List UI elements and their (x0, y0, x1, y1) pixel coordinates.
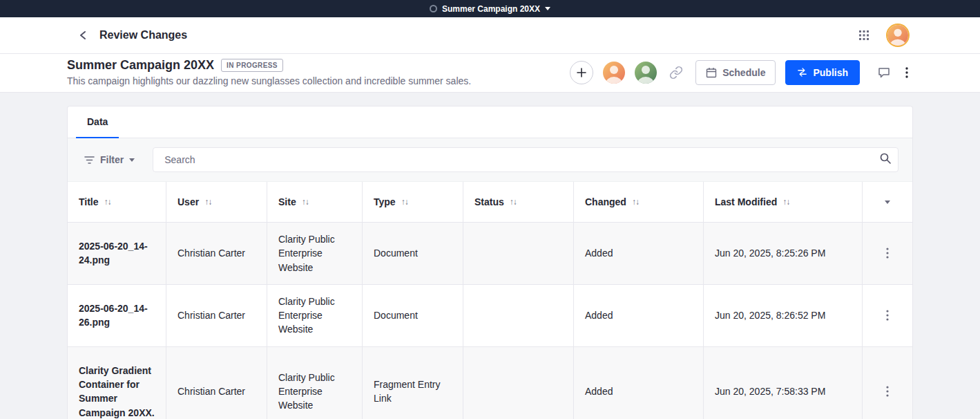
search-icon (879, 152, 892, 165)
col-header-actions (863, 182, 912, 222)
collaborator-avatar-1[interactable] (603, 62, 625, 84)
chevron-left-icon (79, 30, 87, 40)
user-avatar[interactable] (887, 25, 908, 46)
cell-status (463, 347, 574, 419)
sort-icon[interactable]: ↑↓ (510, 197, 517, 207)
col-label: Status (474, 195, 504, 209)
cell-user: Christian Carter (166, 347, 267, 419)
publication-status-icon (430, 5, 437, 12)
cell-actions (863, 223, 912, 284)
status-badge: IN PROGRESS (221, 59, 283, 72)
col-label: Site (278, 195, 296, 209)
col-header-last-modified: Last Modified ↑↓ (704, 182, 863, 222)
campaign-info: Summer Campaign 20XX IN PROGRESS This ca… (67, 58, 471, 86)
publication-selector[interactable]: Summer Campaign 20XX (430, 4, 550, 14)
sort-icon[interactable]: ↑↓ (204, 197, 211, 207)
sort-icon[interactable]: ↑↓ (104, 197, 111, 207)
management-toolbar: Filter (68, 138, 912, 182)
col-label: Type (374, 195, 396, 209)
col-header-changed: Changed ↑↓ (574, 182, 704, 222)
publish-label: Publish (813, 67, 848, 78)
col-label: Last Modified (715, 195, 777, 209)
table-body: 2025-06-20_14-24.png Christian Carter Cl… (68, 223, 912, 419)
chevron-down-icon (129, 158, 135, 162)
tab-bar: Data (68, 106, 912, 138)
cell-user: Christian Carter (166, 223, 267, 284)
publication-title: Summer Campaign 20XX (442, 4, 540, 14)
schedule-label: Schedule (722, 67, 765, 78)
cell-title[interactable]: Clarity Gradient Container for Summer Ca… (68, 347, 166, 419)
filter-dropdown[interactable]: Filter (84, 154, 153, 165)
tab-data[interactable]: Data (76, 106, 119, 138)
table-row[interactable]: Clarity Gradient Container for Summer Ca… (68, 347, 912, 419)
kebab-icon (886, 248, 889, 259)
row-kebab-button[interactable] (882, 243, 893, 263)
cell-type: Document (363, 223, 463, 284)
changes-table: Title ↑↓ User ↑↓ Site ↑↓ Type ↑↓ (68, 182, 912, 419)
col-header-site: Site ↑↓ (267, 182, 363, 222)
page-title: Review Changes (99, 29, 187, 41)
sort-icon[interactable]: ↑↓ (782, 197, 789, 207)
campaign-description: This campaign highlights our dazzling ne… (67, 75, 471, 86)
col-header-title: Title ↑↓ (68, 182, 166, 222)
app-grid-icon (858, 30, 869, 41)
filter-icon (84, 156, 95, 165)
cell-type: Document (363, 285, 463, 346)
kebab-icon (886, 310, 889, 321)
row-kebab-button[interactable] (882, 306, 893, 325)
search-button[interactable] (876, 149, 894, 167)
comments-button[interactable] (875, 64, 893, 82)
main-content: Data Filter (0, 93, 980, 419)
invite-users-button[interactable] (570, 61, 593, 84)
sort-icon[interactable]: ↑↓ (632, 197, 639, 207)
cell-actions (863, 347, 912, 419)
cell-changed: Added (574, 285, 704, 346)
back-button[interactable] (76, 28, 90, 43)
search-input[interactable] (153, 147, 899, 172)
col-label: Changed (585, 195, 626, 209)
table-row[interactable]: 2025-06-20_14-24.png Christian Carter Cl… (68, 223, 912, 285)
cell-title[interactable]: 2025-06-20_14-26.png (68, 285, 166, 346)
campaign-title: Summer Campaign 20XX (67, 58, 214, 73)
cell-site: Clarity Public Enterprise Website (267, 223, 363, 284)
cell-type: Fragment Entry Link (363, 347, 463, 419)
collaborator-avatar-2[interactable] (635, 62, 657, 84)
cell-user: Christian Carter (166, 285, 267, 346)
row-kebab-button[interactable] (882, 382, 893, 401)
search-container (153, 147, 899, 172)
col-header-status: Status ↑↓ (463, 182, 574, 222)
col-header-type: Type ↑↓ (363, 182, 463, 222)
cell-changed: Added (574, 223, 704, 284)
review-changes-card: Data Filter (67, 106, 913, 419)
campaign-header: Summer Campaign 20XX IN PROGRESS This ca… (0, 54, 980, 93)
header-kebab-button[interactable] (903, 64, 911, 81)
publish-button[interactable]: Publish (785, 60, 860, 85)
chevron-down-icon (545, 7, 550, 10)
cell-last-modified: Jun 20, 2025, 8:26:52 PM (704, 285, 863, 346)
sort-icon[interactable]: ↑↓ (302, 197, 309, 207)
col-label: Title (79, 195, 99, 209)
publish-icon (797, 67, 807, 77)
cell-title[interactable]: 2025-06-20_14-24.png (68, 223, 166, 284)
comment-icon (878, 66, 890, 79)
cell-status (463, 223, 574, 284)
col-label: User (177, 195, 199, 209)
col-header-user: User ↑↓ (166, 182, 267, 222)
filter-label: Filter (100, 154, 124, 165)
columns-dropdown-button[interactable] (882, 198, 893, 207)
sort-icon[interactable]: ↑↓ (401, 197, 408, 207)
cell-actions (863, 285, 912, 346)
applications-menu-button[interactable] (856, 27, 872, 44)
cell-last-modified: Jun 20, 2025, 7:58:33 PM (704, 347, 863, 419)
kebab-icon (886, 386, 889, 397)
publication-topbar: Summer Campaign 20XX (0, 0, 980, 17)
schedule-button[interactable]: Schedule (695, 60, 776, 85)
cell-site: Clarity Public Enterprise Website (267, 347, 363, 419)
screen: Summer Campaign 20XX Review Changes (0, 0, 980, 419)
copy-link-button[interactable] (666, 63, 686, 82)
table-row[interactable]: 2025-06-20_14-26.png Christian Carter Cl… (68, 285, 912, 347)
cell-changed: Added (574, 347, 704, 419)
cell-last-modified: Jun 20, 2025, 8:25:26 PM (704, 223, 863, 284)
calendar-icon (706, 67, 717, 78)
review-changes-navbar: Review Changes (0, 17, 980, 54)
